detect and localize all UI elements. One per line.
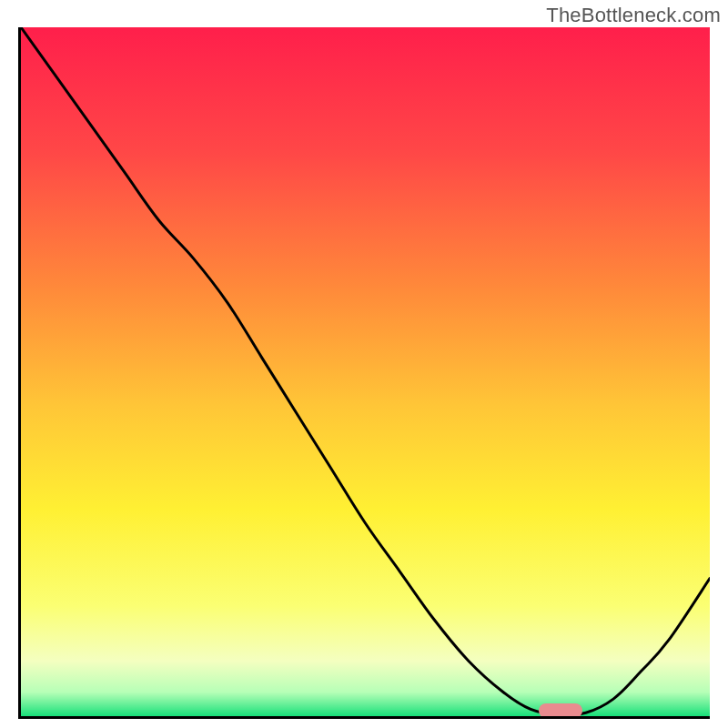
plot-area: [18, 27, 710, 719]
curve-layer: [21, 27, 710, 716]
optimal-marker: [539, 703, 582, 718]
bottleneck-chart: TheBottleneck.com: [0, 0, 728, 728]
bottleneck-curve: [21, 27, 710, 715]
watermark-label: TheBottleneck.com: [546, 4, 721, 27]
